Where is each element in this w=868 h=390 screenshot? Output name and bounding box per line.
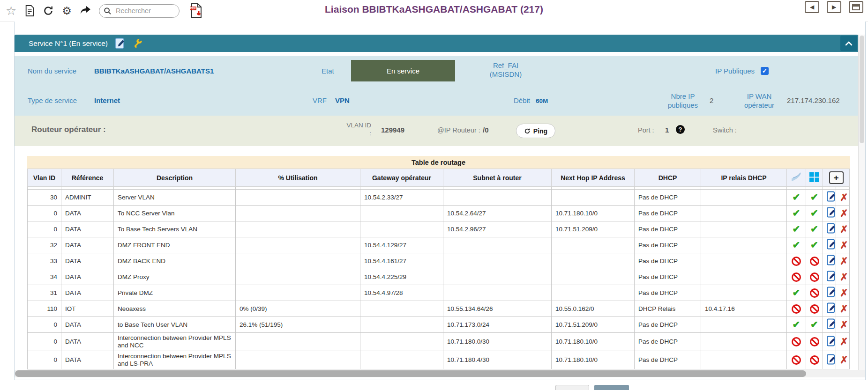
window-nav-buttons: ◀ ▶	[805, 1, 863, 13]
cell-dhcp: Pas de DHCP	[635, 206, 701, 221]
help-question-icon[interactable]: ?	[676, 125, 685, 134]
cell-edit[interactable]	[823, 369, 836, 370]
cell-dhcp: Pas de DHCP	[635, 369, 701, 370]
cell-delete[interactable]: ✗	[836, 190, 850, 206]
delete-row-icon[interactable]: ✗	[840, 319, 848, 330]
cell-ip-relais	[701, 369, 787, 370]
cell-description: to Base Tech User VLAN	[114, 317, 236, 333]
document-icon[interactable]	[24, 5, 35, 17]
cell-edit[interactable]	[823, 206, 836, 221]
edit-row-icon[interactable]	[827, 191, 836, 202]
cell-status-1	[787, 301, 806, 317]
edit-row-icon[interactable]	[827, 354, 836, 365]
cell-edit[interactable]	[823, 269, 836, 285]
delete-row-icon[interactable]: ✗	[840, 303, 848, 314]
cell-delete[interactable]: ✗	[836, 317, 850, 333]
collapse-panel-button[interactable]	[840, 36, 857, 51]
cell-delete[interactable]: ✗	[836, 237, 850, 253]
cell-status-2	[806, 351, 823, 369]
cell-subnet: 10.71.180.0/30	[443, 333, 552, 351]
cell-reference: DATA	[61, 253, 114, 269]
nav-previous-button[interactable]: ◀	[805, 1, 819, 13]
table-row: 0DATAInterconnection between TKM-LS and …	[28, 369, 850, 370]
cell-delete[interactable]: ✗	[836, 301, 850, 317]
delete-row-icon[interactable]: ✗	[840, 336, 848, 347]
delete-row-icon[interactable]: ✗	[840, 287, 848, 298]
pdf-download-icon[interactable]: PDF	[189, 3, 202, 18]
delete-row-icon[interactable]: ✗	[840, 240, 848, 250]
gear-icon[interactable]: ⚙	[62, 6, 72, 16]
favorite-star-icon[interactable]: ☆	[6, 5, 16, 17]
ip-publiques-checkbox[interactable]: ✓	[761, 67, 769, 75]
vertical-scrollbar-thumb[interactable]	[860, 36, 864, 143]
routing-table-body: 30ADMINITServer VLAN10.54.2.33/27Pas de …	[28, 187, 850, 370]
cell-ip-relais	[701, 269, 787, 285]
cell-delete[interactable]: ✗	[836, 253, 850, 269]
cell-reference: DATA	[61, 333, 114, 351]
cell-edit[interactable]	[823, 301, 836, 317]
table-row: 34DATADMZ Proxy10.54.4.225/29Pas de DHCP…	[28, 269, 850, 285]
table-row: 0DATAInterconnection between Provider MP…	[28, 351, 850, 369]
edit-row-icon[interactable]	[827, 223, 836, 234]
window-button[interactable]	[849, 1, 863, 13]
cell-vlan: 0	[28, 333, 61, 351]
check-icon: ✔	[810, 208, 818, 218]
bottom-right-button-cutoff[interactable]	[594, 385, 629, 390]
cell-delete[interactable]: ✗	[836, 285, 850, 301]
delete-row-icon[interactable]: ✗	[840, 208, 848, 219]
delete-row-icon[interactable]: ✗	[840, 256, 848, 266]
refresh-icon[interactable]	[43, 5, 54, 16]
nav-next-button[interactable]: ▶	[827, 1, 841, 13]
delete-row-icon[interactable]: ✗	[840, 272, 848, 282]
edit-row-icon[interactable]	[827, 207, 836, 218]
debit-value: 60M	[536, 97, 548, 104]
cell-ip-relais	[701, 285, 787, 301]
ping-button[interactable]: Ping	[516, 124, 555, 138]
cell-edit[interactable]	[823, 317, 836, 333]
edit-row-icon[interactable]	[827, 318, 836, 329]
cell-edit[interactable]	[823, 190, 836, 206]
cell-gateway: 10.54.2.33/27	[360, 190, 443, 206]
bottom-left-button-cutoff[interactable]	[555, 385, 589, 390]
add-route-button[interactable]: +	[829, 171, 844, 184]
delete-row-icon[interactable]: ✗	[840, 354, 848, 365]
edit-row-icon[interactable]	[827, 287, 836, 297]
horizontal-scrollbar-thumb[interactable]	[15, 370, 806, 377]
cell-delete[interactable]: ✗	[836, 221, 850, 237]
deny-icon	[810, 272, 819, 282]
cell-delete[interactable]: ✗	[836, 333, 850, 351]
cell-delete[interactable]: ✗	[836, 351, 850, 369]
cell-edit[interactable]	[823, 333, 836, 351]
cell-status-2	[806, 269, 823, 285]
edit-row-icon[interactable]	[827, 302, 836, 313]
delete-row-icon[interactable]: ✗	[840, 224, 848, 235]
cell-edit[interactable]	[823, 351, 836, 369]
edit-service-icon[interactable]	[114, 37, 126, 49]
port-value: 1	[665, 126, 669, 134]
cell-edit[interactable]	[823, 285, 836, 301]
horizontal-scrollbar[interactable]	[15, 370, 865, 377]
cell-vlan: 31	[28, 285, 61, 301]
edit-row-icon[interactable]	[827, 336, 836, 346]
cell-delete[interactable]: ✗	[836, 269, 850, 285]
wrench-icon[interactable]	[133, 38, 142, 48]
search-input[interactable]	[115, 7, 170, 15]
delete-row-icon[interactable]: ✗	[840, 192, 848, 203]
cell-next-hop	[552, 190, 635, 206]
edit-row-icon[interactable]	[827, 255, 836, 265]
vertical-scrollbar[interactable]	[858, 35, 865, 370]
cell-status-1	[787, 369, 806, 370]
edit-row-icon[interactable]	[827, 271, 836, 281]
cell-delete[interactable]: ✗	[836, 369, 850, 370]
table-row: 32DATADMZ FRONT END10.54.4.129/27Pas de …	[28, 237, 850, 253]
cell-delete[interactable]: ✗	[836, 206, 850, 221]
etat-button[interactable]: En service	[351, 60, 455, 81]
edit-row-icon[interactable]	[827, 239, 836, 250]
cell-status-2: ✔	[806, 237, 823, 253]
cell-edit[interactable]	[823, 253, 836, 269]
cell-status-2: ✔	[806, 221, 823, 237]
cell-edit[interactable]	[823, 237, 836, 253]
search-box[interactable]	[99, 4, 180, 18]
cell-edit[interactable]	[823, 221, 836, 237]
forward-arrow-icon[interactable]	[80, 6, 91, 16]
